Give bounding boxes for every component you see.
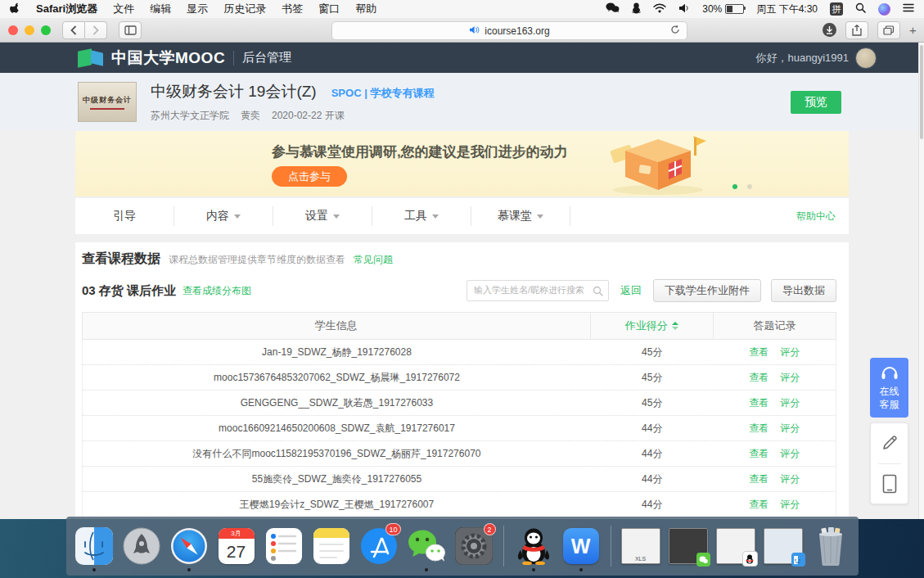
wps-office-icon[interactable]: W	[561, 526, 602, 567]
safari-icon[interactable]	[169, 526, 210, 567]
grade-link[interactable]: 评分	[780, 422, 800, 436]
grade-link[interactable]: 评分	[780, 447, 800, 461]
score-distribution-link[interactable]: 查看成绩分布图	[183, 284, 251, 298]
tab-content[interactable]: 内容	[174, 206, 273, 226]
search-input[interactable]	[467, 281, 588, 299]
menu-window[interactable]: 窗口	[318, 2, 340, 16]
sidebar-toggle-button[interactable]	[119, 21, 142, 39]
calendar-icon[interactable]: 3月27	[216, 526, 257, 567]
grade-link[interactable]: 评分	[780, 345, 800, 359]
gift-box-illustration	[597, 133, 719, 196]
view-link[interactable]: 查看	[749, 422, 768, 436]
minimized-window-xls[interactable]: XLS	[620, 526, 661, 567]
brand-divider	[233, 51, 234, 65]
address-bar[interactable]: icourse163.org	[331, 21, 687, 40]
minimized-window-wechat[interactable]	[668, 526, 709, 567]
menu-edit[interactable]: 编辑	[150, 2, 171, 16]
view-link[interactable]: 查看	[749, 371, 768, 385]
carousel-dot-active[interactable]	[732, 184, 737, 189]
page-title: 查看课程数据	[82, 251, 160, 268]
user-greeting[interactable]: 你好，huangyi1991	[756, 51, 849, 65]
menu-bookmarks[interactable]: 书签	[282, 2, 303, 16]
input-method-icon[interactable]: 拼	[830, 2, 843, 16]
new-tab-button[interactable]: +	[909, 23, 921, 37]
wechat-status-icon[interactable]	[606, 2, 620, 16]
online-service-button[interactable]: 在线 客服	[870, 358, 908, 418]
minimize-window-button[interactable]	[25, 25, 34, 35]
spotlight-icon[interactable]	[855, 2, 866, 16]
forward-button[interactable]	[85, 21, 107, 39]
tab-settings[interactable]: 设置	[273, 206, 372, 226]
tab-overview-button[interactable]	[877, 21, 900, 39]
close-window-button[interactable]	[8, 25, 18, 35]
tab-audio-icon[interactable]	[469, 25, 480, 37]
menu-file[interactable]: 文件	[113, 2, 134, 16]
search-icon[interactable]	[593, 285, 603, 300]
tab-mooc-class[interactable]: 慕课堂	[471, 206, 570, 226]
finder-icon[interactable]	[74, 526, 115, 567]
back-button[interactable]	[62, 21, 85, 39]
apple-menu-icon[interactable]	[10, 2, 20, 16]
volume-icon[interactable]	[678, 3, 690, 16]
tab-guide[interactable]: 引导	[75, 206, 174, 226]
help-center-link[interactable]: 帮助中心	[796, 210, 836, 224]
tab-tools[interactable]: 工具	[372, 206, 471, 226]
menu-help[interactable]: 帮助	[355, 2, 376, 16]
view-link[interactable]: 查看	[749, 447, 768, 461]
preview-button[interactable]: 预览	[791, 91, 841, 114]
promo-banner[interactable]: 参与慕课堂使用调研,您的建议是我们进步的动力 点击参与	[75, 131, 849, 196]
export-data-button[interactable]: 导出数据	[771, 279, 836, 302]
menu-view[interactable]: 显示	[187, 2, 208, 16]
app-store-icon[interactable]: 10	[358, 526, 399, 567]
system-preferences-icon[interactable]: 2	[453, 526, 494, 567]
carousel-dot-inactive[interactable]	[747, 184, 752, 189]
wechat-icon[interactable]	[406, 526, 447, 567]
col-score[interactable]: 作业得分	[591, 313, 714, 339]
menu-history[interactable]: 历史记录	[223, 2, 266, 16]
menubar-app-name[interactable]: Safari浏览器	[36, 2, 97, 16]
chevron-down-icon	[537, 214, 543, 219]
minimized-window-finder[interactable]	[763, 526, 804, 567]
qq-icon[interactable]	[513, 526, 554, 567]
grade-link[interactable]: 评分	[780, 498, 800, 512]
mobile-app-button[interactable]	[871, 464, 908, 504]
notification-center-icon[interactable]	[903, 3, 914, 15]
reload-icon[interactable]	[670, 25, 680, 37]
notes-icon[interactable]	[311, 526, 352, 567]
user-avatar[interactable]	[855, 47, 877, 69]
minimized-window-qq[interactable]	[715, 526, 756, 567]
menubar-clock[interactable]: 周五 下午4:30	[756, 2, 818, 16]
grade-link[interactable]: 评分	[780, 396, 800, 410]
brand-section: 后台管理	[242, 50, 291, 65]
wifi-icon[interactable]	[653, 3, 666, 16]
table-row: mooc16609214650200608_SDWZ_袁航_1917276017…	[83, 415, 836, 440]
view-link[interactable]: 查看	[749, 472, 768, 486]
mooc-logo-icon[interactable]	[78, 48, 104, 68]
back-link[interactable]: 返回	[620, 283, 642, 298]
qq-status-icon[interactable]	[632, 2, 641, 16]
view-link[interactable]: 查看	[749, 345, 768, 359]
reminders-icon[interactable]	[264, 526, 304, 567]
grade-link[interactable]: 评分	[780, 371, 800, 385]
download-attachments-button[interactable]: 下载学生作业附件	[653, 279, 761, 302]
brand-title[interactable]: 中国大学MOOC	[111, 47, 225, 69]
grade-link[interactable]: 评分	[780, 472, 800, 486]
launchpad-icon[interactable]	[121, 526, 162, 567]
faq-link[interactable]: 常见问题	[354, 253, 393, 267]
view-link[interactable]: 查看	[749, 396, 768, 410]
student-score: 45分	[591, 396, 714, 410]
scrollbar-thumb[interactable]	[920, 45, 923, 139]
zoom-window-button[interactable]	[41, 25, 51, 35]
student-name: 王樱燃19会计z_SDWZ_王樱燃_1917276007	[83, 498, 591, 512]
battery-indicator[interactable]: 30%	[702, 3, 744, 15]
siri-icon[interactable]	[878, 3, 890, 16]
banner-cta-button[interactable]: 点击参与	[272, 166, 347, 187]
course-cover-image[interactable]: 中级财务会计	[78, 82, 137, 122]
downloads-button[interactable]	[823, 23, 836, 37]
sort-icon[interactable]	[672, 322, 678, 330]
trash-icon[interactable]	[810, 526, 851, 567]
scrollbar-track[interactable]	[918, 43, 924, 519]
share-button[interactable]	[845, 21, 868, 39]
view-link[interactable]: 查看	[749, 498, 768, 512]
feedback-pencil-button[interactable]	[871, 423, 908, 463]
